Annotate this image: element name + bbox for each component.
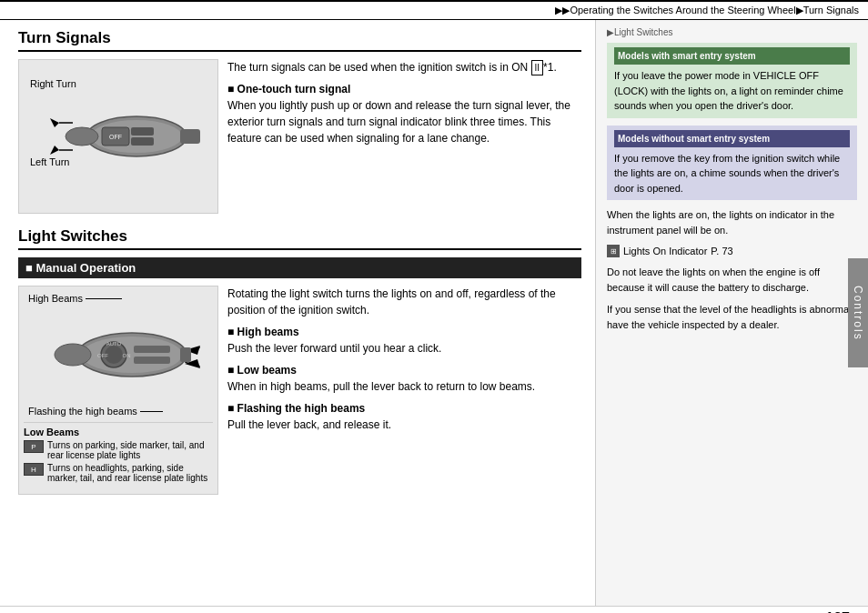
- low-beam-row-1: P Turns on parking, side marker, tail, a…: [24, 440, 213, 460]
- turn-signals-title: Turn Signals: [18, 29, 581, 52]
- smart-entry-text: If you leave the power mode in VEHICLE O…: [614, 68, 850, 114]
- flashing-label: Flashing the high beams: [28, 406, 163, 417]
- svg-rect-15: [134, 346, 170, 353]
- bottom-bar: *1: Models with the smart entry system h…: [0, 606, 868, 613]
- low-beam-row-2: H Turns on headlights, parking, side mar…: [24, 463, 213, 483]
- sidebar-section-label: ▶Light Switches: [607, 27, 857, 37]
- breadcrumb: ▶▶Operating the Switches Around the Stee…: [0, 0, 868, 20]
- high-beams-label: High Beams: [28, 293, 122, 304]
- turn-signals-diagram: Right Turn OFF: [18, 59, 218, 214]
- ignition-icon: II: [531, 60, 544, 75]
- warning-text: Do not leave the lights on when the engi…: [607, 265, 857, 295]
- headlight-icon: H: [24, 463, 44, 476]
- manual-op-header: Manual Operation: [18, 257, 581, 278]
- turn-signals-text: The turn signals can be used when the ig…: [227, 59, 581, 214]
- light-switches-section: Light Switches Manual Operation High Bea…: [18, 227, 581, 495]
- turn-signals-intro: The turn signals can be used when the ig…: [227, 59, 581, 75]
- light-diagram-inner: High Beams AUTO ON OFF: [24, 291, 213, 418]
- right-sidebar: ▶Light Switches Models with smart entry …: [595, 20, 868, 606]
- high-beams-heading: High beams: [227, 326, 581, 338]
- rotating-text: Rotating the light switch turns the ligh…: [227, 286, 581, 318]
- flashing-text: Pull the lever back, and release it.: [227, 417, 581, 433]
- smart-entry-box: Models with smart entry system If you le…: [607, 43, 857, 118]
- high-beams-text: Push the lever forward until you hear a …: [227, 340, 581, 357]
- svg-rect-4: [131, 127, 154, 136]
- controls-tab: Controls: [848, 258, 868, 367]
- low-beams-text: When in high beams, pull the lever back …: [227, 378, 581, 395]
- svg-rect-16: [134, 357, 170, 364]
- left-content: Turn Signals Right Turn OFF: [0, 20, 595, 606]
- right-turn-label: Right Turn: [30, 78, 76, 89]
- smart-entry-title: Models with smart entry system: [614, 47, 850, 65]
- lights-on-page: P. 73: [711, 246, 732, 256]
- one-touch-text: When you lightly push up or down and rel…: [227, 97, 581, 146]
- left-turn-label: Left Turn: [30, 156, 69, 167]
- turn-signals-section: Turn Signals Right Turn OFF: [18, 29, 581, 214]
- no-smart-entry-title: Models without smart entry system: [614, 130, 850, 147]
- svg-rect-5: [131, 137, 154, 146]
- svg-rect-7: [180, 129, 200, 144]
- lights-on-icon: ⊞: [607, 245, 620, 257]
- lights-on-link-text: Lights On Indicator: [623, 246, 707, 256]
- low-beams-title: Low Beams: [24, 427, 213, 437]
- svg-text:OFF: OFF: [109, 134, 122, 140]
- svg-text:OFF: OFF: [97, 353, 108, 358]
- svg-text:AUTO: AUTO: [106, 341, 122, 347]
- turn-lever-svg: OFF: [36, 73, 200, 200]
- low-beams-heading: Low beams: [227, 364, 581, 377]
- lights-on-link: ⊞ Lights On Indicator P. 73: [607, 245, 857, 257]
- parking-icon: P: [24, 440, 44, 453]
- light-lever-svg: AUTO ON OFF: [32, 296, 205, 414]
- turn-signals-body: Right Turn OFF: [18, 59, 581, 214]
- svg-text:ON: ON: [123, 353, 131, 358]
- lights-on-paragraph: When the lights are on, the lights on in…: [607, 207, 857, 237]
- svg-point-17: [55, 344, 91, 366]
- one-touch-heading: One-touch turn signal: [227, 83, 581, 95]
- extra-text: If you sense that the level of the headl…: [607, 302, 857, 332]
- flashing-heading: Flashing the high beams: [227, 402, 581, 415]
- light-diagram-box: High Beams AUTO ON OFF: [18, 286, 218, 495]
- light-switches-body: High Beams AUTO ON OFF: [18, 286, 581, 495]
- light-switches-title: Light Switches: [18, 227, 581, 250]
- no-smart-entry-text: If you remove the key from the ignition …: [614, 151, 850, 196]
- svg-point-6: [66, 127, 98, 146]
- low-beams-section: Low Beams P Turns on parking, side marke…: [24, 422, 213, 483]
- light-text-content: Rotating the light switch turns the ligh…: [227, 286, 581, 495]
- no-smart-entry-box: Models without smart entry system If you…: [607, 126, 857, 201]
- svg-rect-20: [180, 347, 191, 362]
